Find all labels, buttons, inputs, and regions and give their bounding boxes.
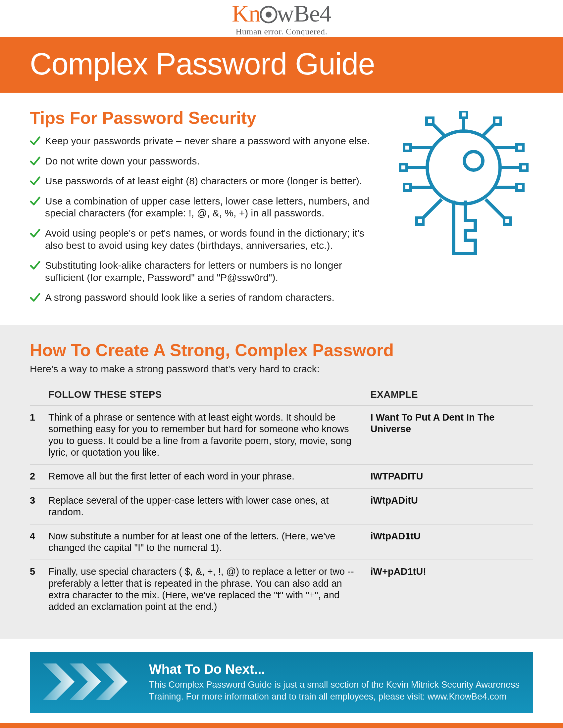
tips-heading: Tips For Password Security — [30, 108, 378, 128]
col-steps-header: FOLLOW THESE STEPS — [48, 384, 361, 406]
svg-rect-6 — [427, 118, 433, 124]
table-row: 2Remove all but the first letter of each… — [30, 465, 533, 488]
step-number: 5 — [30, 560, 48, 619]
chevrons-icon — [43, 663, 139, 701]
brand-tagline: Human error. Conquered. — [232, 27, 331, 37]
step-number: 1 — [30, 405, 48, 465]
svg-rect-7 — [517, 144, 523, 151]
next-box: What To Do Next... This Complex Password… — [30, 652, 533, 713]
tip-item: Substituting look-alike characters for l… — [30, 259, 378, 284]
title-banner: Complex Password Guide — [0, 37, 563, 93]
table-row: 5Finally, use special characters ( $, &,… — [30, 560, 533, 619]
brand-name-pre: Kn — [232, 0, 260, 27]
tips-text: Tips For Password Security Keep your pas… — [30, 108, 378, 312]
howto-intro: Here's a way to make a strong password t… — [30, 363, 533, 375]
footer: Kn wBe4 Human error. Conquered. 33 N Gar… — [0, 723, 563, 728]
next-heading: What To Do Next... — [149, 662, 520, 677]
svg-rect-13 — [504, 218, 511, 224]
tip-text: Keep your passwords private – never shar… — [45, 135, 370, 147]
check-icon — [30, 228, 40, 239]
page-title: Complex Password Guide — [30, 47, 533, 81]
svg-rect-5 — [494, 118, 501, 124]
svg-rect-9 — [521, 164, 527, 171]
table-row: 1Think of a phrase or sentence with at l… — [30, 405, 533, 465]
check-icon — [30, 136, 40, 146]
howto-section: How To Create A Strong, Complex Password… — [0, 325, 563, 639]
step-example: IWTPADITU — [361, 465, 533, 488]
table-row: 4Now substitute a number for at least on… — [30, 524, 533, 560]
check-icon — [30, 156, 40, 166]
step-number: 3 — [30, 488, 48, 524]
tip-text: Use passwords of at least eight (8) char… — [45, 175, 362, 187]
tip-text: Use a combination of upper case letters,… — [45, 195, 378, 219]
step-text: Now substitute a number for at least one… — [48, 524, 361, 560]
svg-rect-4 — [460, 111, 467, 118]
check-icon — [30, 292, 40, 303]
col-example-header: EXAMPLE — [361, 384, 533, 406]
step-text: Remove all but the first letter of each … — [48, 465, 361, 488]
page: Kn wBe4 Human error. Conquered. Complex … — [0, 0, 563, 728]
howto-heading: How To Create A Strong, Complex Password — [30, 340, 533, 360]
next-text: What To Do Next... This Complex Password… — [149, 662, 520, 703]
brand-name: Kn wBe4 — [232, 0, 331, 29]
step-text: Finally, use special characters ( $, &, … — [48, 560, 361, 619]
svg-rect-12 — [404, 184, 411, 191]
svg-marker-15 — [43, 663, 74, 700]
col-number-header — [30, 384, 48, 406]
check-icon — [30, 260, 40, 271]
svg-point-3 — [464, 152, 483, 170]
step-number: 2 — [30, 465, 48, 488]
svg-rect-14 — [417, 218, 423, 224]
tip-item: Use passwords of at least eight (8) char… — [30, 175, 378, 187]
steps-table: FOLLOW THESE STEPS EXAMPLE 1Think of a p… — [30, 384, 533, 619]
step-example: I Want To Put A Dent In The Universe — [361, 405, 533, 465]
logo-header: Kn wBe4 Human error. Conquered. — [0, 0, 563, 37]
tip-text: Do not write down your passwords. — [45, 155, 200, 167]
svg-rect-8 — [404, 144, 411, 151]
check-icon — [30, 196, 40, 206]
tip-text: Substituting look-alike characters for l… — [45, 259, 378, 284]
svg-point-1 — [265, 12, 271, 18]
tip-item: Use a combination of upper case letters,… — [30, 195, 378, 219]
step-example: iWtpADitU — [361, 488, 533, 524]
brand: Kn wBe4 Human error. Conquered. — [232, 0, 331, 37]
tip-text: Avoid using people's or pet's names, or … — [45, 227, 378, 251]
next-body: This Complex Password Guide is just a sm… — [149, 679, 520, 703]
tip-text: A strong password should look like a ser… — [45, 292, 335, 304]
tip-item: Avoid using people's or pet's names, or … — [30, 227, 378, 251]
tip-item: A strong password should look like a ser… — [30, 292, 378, 304]
step-text: Think of a phrase or sentence with at le… — [48, 405, 361, 465]
table-row: 3Replace several of the upper-case lette… — [30, 488, 533, 524]
step-example: iW+pAD1tU! — [361, 560, 533, 619]
svg-rect-11 — [517, 184, 523, 191]
tips-section: Tips For Password Security Keep your pas… — [0, 93, 563, 325]
svg-point-2 — [427, 131, 500, 204]
step-number: 4 — [30, 524, 48, 560]
step-example: iWtpAD1tU — [361, 524, 533, 560]
tip-item: Do not write down your passwords. — [30, 155, 378, 167]
tip-list: Keep your passwords private – never shar… — [30, 135, 378, 304]
target-icon — [259, 2, 277, 29]
key-circuit-icon — [394, 108, 533, 312]
tip-item: Keep your passwords private – never shar… — [30, 135, 378, 147]
svg-rect-10 — [400, 164, 407, 171]
check-icon — [30, 176, 40, 186]
brand-name-post: wBe4 — [277, 0, 331, 27]
step-text: Replace several of the upper-case letter… — [48, 488, 361, 524]
